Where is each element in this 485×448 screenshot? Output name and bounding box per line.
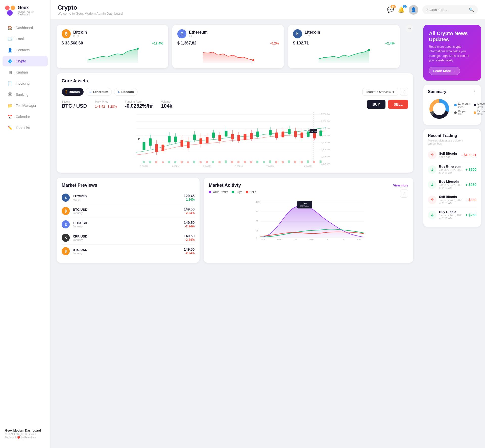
- sidebar-item-dashboard[interactable]: 🏠 Dashboard: [3, 22, 48, 33]
- svg-point-0: [137, 48, 139, 50]
- ethereum-card-header: Ξ Ethereum ETH: [177, 29, 279, 38]
- litecoin-card: Ł Litecoin LTC $ 132,71 +2,4%: [288, 25, 400, 68]
- calendar-icon: 📅: [8, 114, 13, 119]
- litecoin-name: Litecoin: [305, 30, 320, 35]
- sell-button[interactable]: SELL: [388, 100, 408, 109]
- tab-actions: Market Overview ▾ ⋮: [362, 88, 408, 96]
- trade-item-sell-bitcoin2: Sell Bitcoin January 24th, 2021 at 2:15 …: [428, 192, 476, 207]
- btc-pair-info: BTC/USD January: [73, 208, 87, 215]
- sidebar-item-invoicing[interactable]: 📄 Invoicing: [3, 78, 48, 89]
- market-item-eth: Ξ ETH/USD January 149.50 -2.24%: [62, 218, 195, 231]
- activity-chart: 100 75 50 25 0: [209, 200, 408, 240]
- svg-rect-22: [149, 138, 152, 146]
- svg-text:9,300.00: 9,300.00: [321, 148, 330, 151]
- summary-title: Summary: [428, 89, 446, 94]
- svg-text:Fri: Fri: [342, 239, 345, 240]
- svg-rect-80: [149, 161, 151, 163]
- svg-rect-83: [168, 161, 170, 163]
- profits-dot: [209, 191, 211, 193]
- arrow-right-icon: →: [452, 69, 456, 73]
- bell-notification[interactable]: 🔔 2: [398, 7, 405, 13]
- eth-price: 149.50 -2.24%: [184, 221, 195, 228]
- bitcoin-price: $ 33,568,60: [62, 41, 83, 45]
- pair-value: BTC / USD: [62, 103, 87, 109]
- next-card-button[interactable]: →: [406, 25, 413, 32]
- svg-rect-101: [282, 161, 284, 163]
- sidebar-item-contacts[interactable]: 👤 Contacts: [3, 45, 48, 55]
- svg-text:Wed: Wed: [309, 239, 314, 240]
- summary-more-icon[interactable]: ⋮: [472, 89, 476, 94]
- svg-text:9,100.00: 9,100.00: [321, 162, 330, 165]
- svg-rect-56: [219, 135, 221, 141]
- topbar: Crypto Welcome to Geex Modern Admin Dash…: [51, 0, 485, 20]
- sidebar-item-file-manager[interactable]: 📁 File Manager: [3, 100, 48, 111]
- svg-rect-64: [250, 133, 253, 139]
- sidebar-item-email[interactable]: ✉️ Email: [3, 34, 48, 44]
- buy-ethereum-info: Buy Ethereum January 24th, 2021 at 2:15 …: [439, 164, 463, 174]
- svg-text:9,400.00: 9,400.00: [321, 141, 330, 144]
- litecoin-info: Litecoin LTC: [305, 30, 320, 38]
- svg-text:75: 75: [256, 210, 258, 213]
- chat-notification[interactable]: 💬 64: [387, 7, 394, 13]
- sidebar-item-banking[interactable]: 🏛 Banking: [3, 89, 48, 100]
- sidebar-item-todo[interactable]: ✏️ Todo List: [3, 123, 48, 133]
- bitcoin-card-header: ₿ Bitcoin BTC: [62, 29, 163, 38]
- logo-text: Geex Modern Admin Dashboard: [18, 5, 45, 16]
- search-input[interactable]: [426, 8, 467, 12]
- svg-rect-105: [307, 160, 309, 163]
- buy-button[interactable]: BUY: [367, 100, 386, 109]
- more-options-button[interactable]: ⋮: [400, 88, 408, 96]
- view-more-link[interactable]: View more: [393, 184, 408, 187]
- litecoin-price: $ 132,71: [293, 41, 309, 45]
- email-icon: ✉️: [8, 36, 13, 41]
- recent-trading-title: Recent Trading: [428, 133, 476, 138]
- svg-rect-52: [200, 138, 202, 144]
- market-previews-title: Market Previews: [62, 183, 195, 188]
- volume-label: Volume: [161, 100, 173, 103]
- market-overview-button[interactable]: Market Overview ▾: [362, 88, 398, 96]
- svg-rect-88: [200, 161, 202, 163]
- contacts-icon: 👤: [8, 48, 13, 53]
- market-item-btc: ₿ BTC/USD January 149.50 -2.24%: [62, 204, 195, 218]
- tab-bitcoin[interactable]: ₿ Bitcoin: [62, 88, 84, 96]
- chat-badge: 64: [391, 5, 396, 8]
- tab-litecoin[interactable]: Ł Litecoin: [114, 88, 138, 96]
- buy-litecoin-info: Buy Litecoin January 24th, 2021 at 2:15 …: [439, 180, 463, 190]
- donut-svg: [428, 98, 451, 120]
- learn-more-button[interactable]: Learn More →: [429, 67, 460, 75]
- svg-rect-30: [212, 133, 215, 138]
- sell-bitcoin-icon: [428, 151, 437, 159]
- eth-icon: Ξ: [62, 220, 70, 228]
- svg-rect-87: [193, 161, 195, 163]
- user-avatar[interactable]: 👤: [409, 5, 418, 15]
- legend-litecoin: Litecoin 34%: [474, 102, 485, 108]
- ltc-icon: Ł: [62, 194, 70, 202]
- sidebar-label-file-manager: File Manager: [16, 104, 36, 108]
- bottom-row: Market Previews Ł LTC/USD March 120.45 1…: [57, 178, 413, 263]
- svg-rect-81: [155, 161, 157, 163]
- sidebar-item-calendar[interactable]: 📅 Calendar: [3, 111, 48, 122]
- sidebar-item-crypto[interactable]: 💠 Crypto: [3, 56, 48, 66]
- core-assets-header: Core Assets: [62, 78, 408, 84]
- svg-text:982 Visitors: 982 Visitors: [300, 205, 309, 207]
- file-manager-icon: 📁: [8, 103, 13, 108]
- funding-value: -0,0252%/hr: [125, 103, 153, 109]
- activity-legend: Your Profits Buys Sells: [209, 190, 256, 194]
- svg-text:Thu: Thu: [325, 239, 329, 240]
- asset-tabs: ₿ Bitcoin Ξ Ethereum Ł Litecoin: [62, 88, 138, 96]
- activity-more-button[interactable]: ⋮: [400, 190, 408, 198]
- footer-copy: © 2021 All Rights Reserved: [5, 433, 45, 436]
- svg-rect-68: [282, 132, 284, 137]
- recent-trading-subtitle: Maiores dicta atque dolorem temporibus: [428, 139, 476, 145]
- svg-rect-104: [301, 161, 303, 163]
- svg-text:6:00PM: 6:00PM: [235, 165, 243, 168]
- main-content: Crypto Welcome to Geex Modern Admin Dash…: [51, 0, 485, 448]
- buy-litecoin-amount: + $250: [466, 183, 476, 187]
- funding-label: Funding Rate: [125, 100, 153, 103]
- buys-dot: [232, 191, 234, 193]
- buy-litecoin-icon: [428, 180, 437, 189]
- market-previews-section: Market Previews Ł LTC/USD March 120.45 1…: [57, 178, 200, 263]
- svg-text:9,200.00: 9,200.00: [321, 155, 330, 158]
- sidebar-item-kanban[interactable]: ⊞ Kanban: [3, 67, 48, 78]
- tab-ethereum[interactable]: Ξ Ethereum: [86, 88, 112, 96]
